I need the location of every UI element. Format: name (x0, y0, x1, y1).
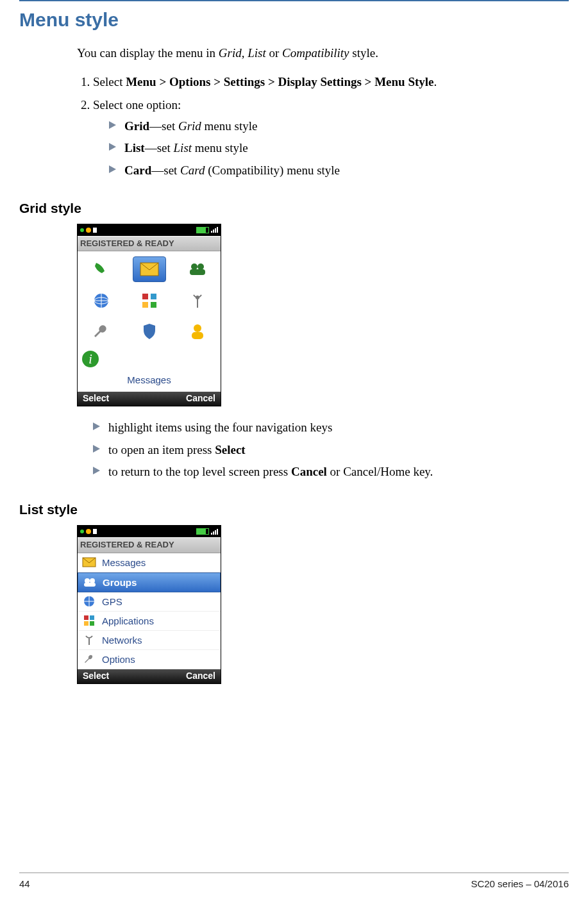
step-1: Select Menu > Options > Settings > Displ… (93, 74, 556, 91)
list-row-groups[interactable]: Groups (78, 572, 221, 592)
list-label: Groups (103, 576, 137, 589)
phone-status-bar (78, 526, 221, 537)
person-icon (93, 228, 97, 233)
option-grid-i: Grid (178, 119, 201, 133)
option-grid: Grid—set Grid menu style (109, 118, 556, 135)
option-card-i: Card (180, 163, 205, 177)
grid-cell-security[interactable] (133, 319, 165, 344)
phone-banner: REGISTERED & READY (78, 236, 221, 251)
grid-cell-apps[interactable] (133, 288, 165, 313)
svg-point-10 (196, 296, 199, 299)
page-title: Menu style (19, 6, 569, 33)
grid-cell-contacts[interactable] (181, 319, 214, 344)
antenna-icon (189, 292, 206, 309)
svg-rect-18 (84, 583, 96, 587)
svg-point-16 (85, 578, 90, 583)
intro-text: You can display the menu in (77, 46, 219, 60)
grid-notes: highlight items using the four navigatio… (93, 419, 556, 481)
group-icon (188, 262, 207, 276)
intro-post: style. (349, 46, 378, 60)
phone-handset-icon (94, 261, 109, 276)
svg-rect-12 (192, 332, 203, 339)
signal-icon (211, 227, 218, 233)
step-1-nav: Menu > Options > Settings > Display Sett… (126, 75, 433, 88)
apps-icon (141, 292, 158, 309)
page-number: 44 (19, 877, 30, 890)
list-row-options[interactable]: Options (78, 650, 221, 669)
shield-icon (142, 323, 156, 340)
option-list-i: List (174, 141, 192, 155)
grid-note-3-pre: to return to the top level screen press (108, 465, 291, 478)
svg-rect-22 (84, 621, 88, 626)
globe-icon (93, 292, 110, 309)
grid-note-2-pre: to open an item press (108, 443, 215, 456)
doc-id: SC20 series – 04/2016 (471, 877, 569, 890)
grid-style-heading: Grid style (19, 199, 569, 217)
intro-sep1: , (242, 46, 248, 60)
battery-icon (196, 227, 209, 233)
softkey-right[interactable]: Cancel (186, 670, 215, 683)
option-list: Grid—set Grid menu style List—set List m… (109, 118, 556, 180)
grid-cell-networks[interactable] (181, 288, 214, 313)
option-grid-b: Grid (124, 119, 149, 133)
softkey-right[interactable]: Cancel (186, 392, 215, 405)
signal-icon (211, 529, 218, 535)
grid-cell-messages[interactable] (133, 256, 166, 282)
group-icon (82, 576, 97, 589)
svg-rect-9 (151, 302, 156, 308)
grid-cell-groups[interactable] (181, 256, 214, 281)
grid-cell-call[interactable] (85, 256, 117, 281)
svg-point-2 (197, 263, 204, 270)
grid-note-3-post: or Cancel/Home key. (327, 465, 433, 478)
apps-icon (81, 614, 97, 627)
list-row-messages[interactable]: Messages (78, 553, 221, 572)
antenna-icon (81, 633, 97, 646)
option-list-b: List (124, 141, 145, 155)
info-icon: i (81, 350, 99, 368)
steps-list: Select Menu > Options > Settings > Displ… (77, 74, 556, 180)
grid-cell-gps[interactable] (85, 288, 117, 313)
softkey-left[interactable]: Select (83, 670, 109, 683)
grid-note-2-b: Select (215, 443, 245, 456)
step-1-post: . (434, 75, 437, 88)
step-1-pre: Select (93, 75, 126, 88)
grid-cell-options[interactable] (85, 319, 117, 344)
grid-cell-info[interactable]: i (81, 350, 99, 368)
list-label: Networks (102, 633, 142, 647)
svg-point-11 (194, 324, 201, 332)
wrench-icon (81, 653, 97, 665)
grid-caption: Messages (81, 373, 217, 387)
list-row-networks[interactable]: Networks (78, 631, 221, 650)
status-dot-icon (80, 530, 84, 533)
svg-point-17 (90, 578, 95, 583)
list-style-screenshot: REGISTERED & READY Messages Groups GPS A… (77, 525, 221, 683)
svg-rect-6 (142, 294, 148, 299)
grid-note-1: highlight items using the four navigatio… (93, 419, 556, 437)
contact-icon (190, 323, 205, 340)
option-list-post: menu style (192, 141, 248, 155)
softkey-left[interactable]: Select (83, 392, 109, 405)
svg-rect-8 (142, 302, 148, 308)
intro-list: List (248, 46, 266, 60)
svg-rect-21 (90, 615, 94, 620)
option-card-b: Card (124, 163, 151, 177)
option-card-par: (Compatibility) menu style (205, 163, 340, 177)
svg-point-1 (191, 263, 197, 270)
list-row-applications[interactable]: Applications (78, 612, 221, 631)
wrench-icon (93, 323, 110, 340)
option-list-item: List—set List menu style (109, 140, 556, 157)
svg-rect-7 (151, 294, 156, 299)
globe-icon (81, 595, 97, 608)
list-row-gps[interactable]: GPS (78, 592, 221, 612)
step-2-text: Select one option: (93, 98, 181, 112)
phone-grid-body: i Messages (78, 251, 221, 392)
grid-note-3: to return to the top level screen press … (93, 464, 556, 481)
option-grid-post: menu style (201, 119, 258, 133)
intro-compat: Compatibility (282, 46, 349, 60)
battery-icon (196, 528, 209, 535)
intro-grid: Grid (219, 46, 242, 60)
svg-rect-3 (190, 269, 205, 275)
grid-note-3-b: Cancel (291, 465, 327, 478)
sun-icon (86, 529, 91, 534)
grid-style-screenshot: REGISTERED & READY i Messages Select Can… (77, 224, 221, 406)
